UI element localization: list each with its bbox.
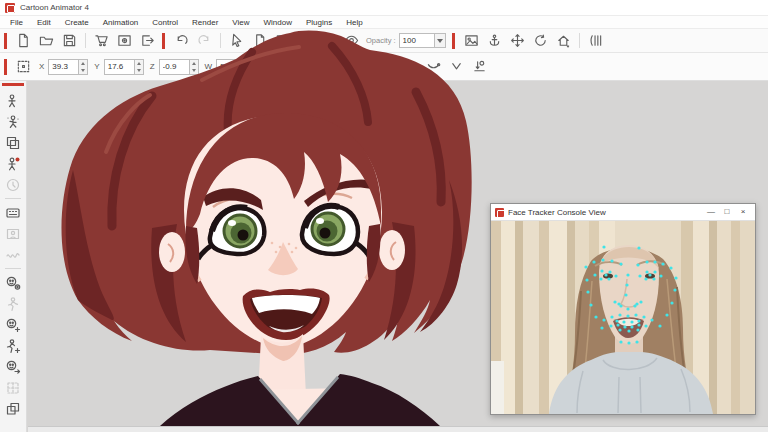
camera-home-icon[interactable]	[553, 31, 574, 51]
transform-fields: XYZW	[39, 59, 262, 75]
anchor-icon[interactable]	[484, 31, 505, 51]
scene-manager-icon[interactable]	[2, 133, 24, 152]
face-tracker-app-icon	[495, 208, 504, 217]
cartoon-animator-app: Cartoon Animator 4 FileEditCreateAnimati…	[0, 0, 768, 432]
spinner-up[interactable]	[135, 60, 143, 67]
opacity-dropdown-arrow[interactable]	[435, 33, 446, 48]
new-project-icon[interactable]	[13, 31, 34, 51]
pencil-edit-icon[interactable]	[318, 31, 339, 51]
transform-field-y: Y	[94, 59, 143, 75]
face-tracker-titlebar[interactable]: Face Tracker Console View — □ ×	[491, 204, 755, 221]
menu-item-animation[interactable]: Animation	[96, 16, 146, 29]
motion-live-icon	[2, 294, 24, 313]
spinner-down[interactable]	[135, 67, 143, 74]
field-label: X	[39, 62, 44, 71]
transform-toolbar: XYZW	[0, 53, 768, 81]
move-tool-icon[interactable]	[507, 31, 528, 51]
z-input[interactable]	[159, 59, 189, 75]
field-label: W	[205, 62, 213, 71]
spinner-down[interactable]	[79, 67, 87, 74]
menu-item-file[interactable]: File	[3, 16, 30, 29]
open-project-icon[interactable]	[36, 31, 57, 51]
field-label: Z	[150, 62, 155, 71]
collect-clip-icon[interactable]	[2, 399, 24, 418]
menu-item-view[interactable]: View	[225, 16, 256, 29]
stage-preview-icon[interactable]	[114, 31, 135, 51]
x-input[interactable]	[48, 59, 78, 75]
app-titlebar: Cartoon Animator 4	[0, 0, 768, 16]
opacity-control: Opacity :	[366, 33, 446, 48]
curve-smile-icon[interactable]	[423, 57, 444, 77]
menu-item-render[interactable]: Render	[185, 16, 225, 29]
export-icon[interactable]	[137, 31, 158, 51]
menu-item-help[interactable]: Help	[339, 16, 369, 29]
transform-field-z: Z	[150, 59, 199, 75]
separator	[85, 33, 86, 48]
face-key-icon[interactable]	[2, 315, 24, 334]
field-label: Y	[94, 62, 99, 71]
face-tracker-title: Face Tracker Console View	[508, 208, 703, 217]
y-input[interactable]	[104, 59, 134, 75]
spinner[interactable]	[78, 59, 88, 75]
actor-composer-icon[interactable]	[2, 91, 24, 110]
menu-item-plugins[interactable]: Plugins	[299, 16, 339, 29]
minimize-button[interactable]: —	[703, 204, 719, 220]
menu-item-create[interactable]: Create	[58, 16, 96, 29]
flip-icon[interactable]	[295, 31, 316, 51]
maximize-button[interactable]: □	[719, 204, 735, 220]
face-offset-icon[interactable]	[2, 357, 24, 376]
toolbar-left-group	[1, 31, 363, 51]
separator	[579, 33, 580, 48]
opacity-input[interactable]	[399, 33, 435, 48]
face-tracker-icon[interactable]	[2, 273, 24, 292]
separator	[4, 59, 7, 75]
spinner-down[interactable]	[247, 67, 255, 74]
canvas-bottom-strip	[28, 426, 768, 432]
spinner[interactable]	[189, 59, 199, 75]
face-puppet-icon[interactable]	[2, 154, 24, 173]
separator	[220, 33, 221, 48]
spinner-up[interactable]	[190, 60, 198, 67]
reset-transform-icon[interactable]	[469, 57, 490, 77]
sidebar-items	[2, 90, 24, 419]
spinner-up[interactable]	[79, 60, 87, 67]
main-toolbar: Opacity :	[0, 29, 768, 53]
rotate-tool-icon[interactable]	[530, 31, 551, 51]
toolbar-right-group	[449, 31, 607, 51]
menu-item-edit[interactable]: Edit	[30, 16, 58, 29]
redo-icon	[194, 31, 215, 51]
spinner[interactable]	[246, 59, 256, 75]
undo-icon[interactable]	[171, 31, 192, 51]
menu-item-control[interactable]: Control	[145, 16, 185, 29]
control-panel-icon[interactable]	[2, 203, 24, 222]
curve-red-icon[interactable]	[446, 57, 467, 77]
separator	[5, 198, 21, 199]
menu-item-window[interactable]: Window	[257, 16, 299, 29]
separator	[4, 33, 7, 49]
separator	[162, 33, 165, 49]
layer-edit-icon[interactable]	[249, 31, 270, 51]
marquee-select-icon[interactable]	[13, 57, 34, 77]
transform-field-x: X	[39, 59, 88, 75]
visibility-icon[interactable]	[341, 31, 362, 51]
webcam-feed	[491, 221, 755, 414]
sidebar-accent-bar	[2, 83, 24, 86]
spinner[interactable]	[134, 59, 144, 75]
content-store-icon[interactable]	[91, 31, 112, 51]
spinner-down[interactable]	[190, 67, 198, 74]
image-clip-icon[interactable]	[461, 31, 482, 51]
separator	[452, 33, 455, 49]
spinner-up[interactable]	[247, 60, 255, 67]
close-button[interactable]: ×	[735, 204, 751, 220]
save-project-icon[interactable]	[59, 31, 80, 51]
preview-camera-icon	[2, 224, 24, 243]
opacity-label: Opacity :	[366, 36, 396, 45]
menu-bar: FileEditCreateAnimationControlRenderView…	[0, 16, 768, 29]
body-mocap-icon[interactable]	[2, 336, 24, 355]
render-style-icon[interactable]	[272, 31, 293, 51]
select-tool-icon[interactable]	[226, 31, 247, 51]
transform-lead-group	[1, 57, 35, 77]
animation-template-icon[interactable]	[2, 112, 24, 131]
spring-cloth-icon[interactable]	[585, 31, 606, 51]
w-input[interactable]	[216, 59, 246, 75]
